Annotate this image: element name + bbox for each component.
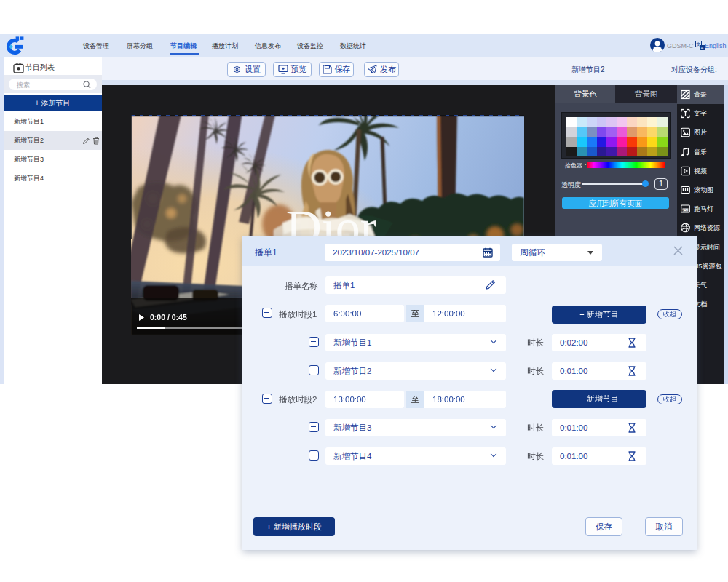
svg-text:A: A — [700, 46, 703, 50]
svg-text:跑马灯: 跑马灯 — [681, 209, 689, 212]
svg-text:0:00 / 0:45: 0:00 / 0:45 — [150, 313, 187, 322]
